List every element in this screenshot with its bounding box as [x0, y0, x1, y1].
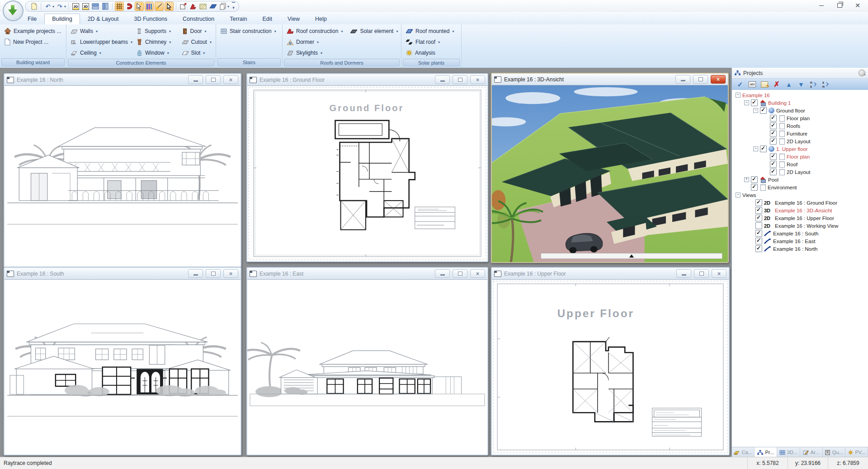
view-3d-button[interactable]: 3D — [81, 2, 90, 11]
minimize-button[interactable]: ─ — [814, 0, 829, 10]
checkbox[interactable] — [760, 145, 767, 152]
tree-item-view-ground[interactable]: 2D Example 16 : Ground Floor — [732, 199, 868, 206]
tree-item-upper-2d-layout[interactable]: 2D Layout — [732, 168, 868, 176]
tree-item-upper-floor-plan[interactable]: Floor plan — [732, 153, 868, 160]
split-horizontal-button[interactable] — [91, 2, 100, 11]
tree-item-building[interactable]: Building 1 — [732, 99, 868, 107]
duplicate-button[interactable] — [218, 2, 227, 11]
east-restore-button[interactable] — [453, 269, 467, 278]
example-projects-button[interactable]: Example projects ... — [3, 26, 63, 37]
checkbox[interactable] — [755, 207, 762, 214]
tree-item-pool[interactable]: Pool — [732, 176, 868, 183]
expander[interactable] — [753, 108, 758, 113]
tab-terrain[interactable]: Terrain — [222, 14, 255, 24]
tree-item-view-upper[interactable]: 2D Example 16 : Upper Floor — [732, 214, 868, 222]
window-3d-titlebar[interactable]: Example 16 : 3D-Ansicht × — [492, 74, 728, 85]
tree-item-view-north[interactable]: Example 16 : North — [732, 245, 868, 253]
tab-3d-functions[interactable]: 3D Functions — [126, 14, 175, 24]
app-logo-button[interactable] — [3, 0, 24, 21]
3d-render-canvas[interactable] — [492, 85, 728, 262]
qat-overflow-button[interactable]: ▔▾ — [232, 3, 235, 9]
checkbox[interactable] — [770, 115, 777, 122]
new-project-button[interactable]: New Project ... — [3, 37, 63, 47]
tree-item-project[interactable]: Example 16 — [732, 91, 868, 99]
checkbox[interactable] — [770, 138, 777, 145]
east-minimize-button[interactable] — [435, 269, 450, 278]
south-elevation-canvas[interactable] — [5, 279, 241, 455]
ground-restore-button[interactable] — [453, 75, 467, 84]
supports-button[interactable]: Supports▾ — [135, 26, 176, 37]
roof-construction-button[interactable]: Roof construction▾ — [285, 26, 344, 37]
sort-descending-button[interactable]: zn — [821, 80, 830, 89]
panel-tab-quantities[interactable]: Qu... — [823, 447, 845, 457]
north-elevation-canvas[interactable] — [5, 85, 241, 267]
roof-flag-button[interactable] — [189, 2, 198, 11]
south-restore-button[interactable] — [206, 269, 221, 278]
snap-magnet-button[interactable] — [125, 2, 134, 11]
view-2d-button[interactable]: 2D — [71, 2, 80, 11]
select-cursor-button[interactable] — [165, 2, 174, 11]
checkbox[interactable] — [751, 176, 758, 183]
tab-building[interactable]: Building — [44, 14, 80, 24]
undo-dropdown[interactable]: ▾ — [52, 5, 54, 9]
checkbox[interactable] — [755, 215, 762, 221]
north-restore-button[interactable] — [206, 75, 221, 84]
checkbox[interactable] — [755, 238, 762, 244]
3d-close-button[interactable]: × — [711, 75, 726, 84]
view-rotation-slider[interactable] — [541, 253, 722, 259]
panel-tab-pv[interactable]: PV... — [845, 447, 868, 457]
checkbox[interactable] — [770, 122, 777, 129]
window-upper-floor-titlebar[interactable]: Example 16 : Upper Floor × — [492, 268, 729, 279]
expander[interactable] — [736, 93, 741, 98]
upper-minimize-button[interactable] — [676, 269, 691, 278]
properties-button[interactable] — [760, 80, 769, 89]
chimney-button[interactable]: Chimney▾ — [135, 37, 176, 47]
checkbox[interactable] — [751, 184, 758, 191]
ground-minimize-button[interactable] — [435, 75, 450, 84]
tree-item-view-east[interactable]: Example 16 : East — [732, 237, 868, 245]
north-minimize-button[interactable] — [188, 75, 203, 84]
pin-icon[interactable] — [859, 70, 865, 76]
checkbox[interactable] — [770, 130, 777, 137]
undo-button[interactable]: ↶ — [43, 2, 52, 11]
flat-roof-button[interactable]: Flat roof▾ — [404, 37, 458, 47]
panel-tab-areas[interactable]: Ar... — [800, 447, 823, 457]
checkbox[interactable] — [755, 199, 762, 206]
tree-item-view-south[interactable]: Example 16 : South — [732, 230, 868, 237]
window-ground-floor-titlebar[interactable]: Example 16 : Ground Floor × — [247, 74, 487, 85]
ground-close-button[interactable]: × — [470, 75, 485, 84]
sort-ascending-button[interactable]: nz — [809, 80, 817, 89]
hatch-fill-button[interactable] — [198, 2, 208, 11]
expander[interactable] — [753, 146, 758, 151]
checkbox[interactable] — [770, 169, 777, 175]
checkbox[interactable] — [755, 230, 762, 237]
tab-edit[interactable]: Edit — [255, 14, 280, 24]
expander[interactable] — [744, 177, 749, 182]
tab-view[interactable]: View — [280, 14, 307, 24]
roof-mounted-button[interactable]: Roof mounted▾ — [404, 26, 458, 37]
panel-tab-catalog[interactable]: Ca... — [732, 447, 755, 457]
tree-item-view-3d[interactable]: 3D Example 16 : 3D-Ansicht — [732, 206, 868, 214]
tab-construction[interactable]: Construction — [175, 14, 222, 24]
split-vertical-button[interactable] — [101, 2, 110, 11]
analysis-button[interactable]: Analysis — [404, 47, 458, 58]
east-elevation-canvas[interactable] — [247, 279, 487, 455]
ceiling-button[interactable]: Ceiling▾ — [69, 47, 130, 58]
3d-restore-button[interactable] — [693, 75, 708, 84]
tree-item-furniture[interactable]: Furniture — [732, 130, 868, 137]
north-close-button[interactable]: × — [223, 75, 238, 84]
checkbox[interactable] — [770, 161, 777, 168]
checkbox[interactable] — [751, 99, 758, 106]
checkbox[interactable] — [770, 153, 777, 160]
redo-button[interactable]: ↷ — [55, 2, 64, 11]
slot-button[interactable]: Slot▾ — [180, 47, 213, 58]
measure-spark-button[interactable] — [155, 2, 164, 11]
tab-file[interactable]: File — [20, 14, 44, 24]
maximize-button[interactable] — [832, 0, 847, 10]
expander[interactable] — [736, 192, 741, 197]
tree-item-roofs[interactable]: Roofs — [732, 122, 868, 130]
cutout-button[interactable]: Cutout▾ — [180, 37, 213, 47]
close-button[interactable]: ✕ — [850, 0, 865, 10]
rename-button[interactable]: abl — [748, 80, 756, 89]
transform-box-button[interactable] — [179, 2, 188, 11]
